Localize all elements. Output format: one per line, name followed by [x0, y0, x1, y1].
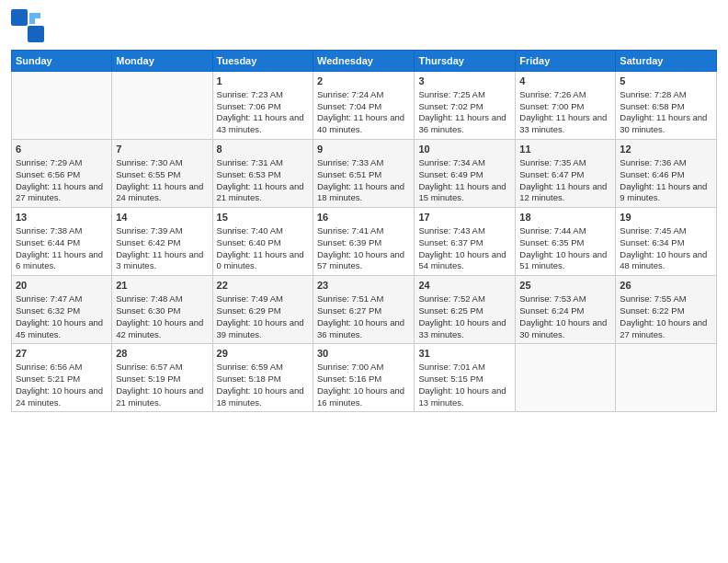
calendar-week-row: 20Sunrise: 7:47 AMSunset: 6:32 PMDayligh… — [12, 276, 717, 344]
day-info: Sunrise: 7:24 AM — [317, 89, 410, 101]
day-number: 10 — [418, 143, 511, 156]
day-info: Sunset: 6:58 PM — [620, 101, 712, 113]
calendar-day-cell: 17Sunrise: 7:43 AMSunset: 6:37 PMDayligh… — [415, 208, 516, 276]
day-info: Daylight: 10 hours and 27 minutes. — [620, 317, 712, 341]
day-info: Daylight: 10 hours and 24 minutes. — [16, 385, 108, 409]
calendar-day-cell: 25Sunrise: 7:53 AMSunset: 6:24 PMDayligh… — [516, 276, 616, 344]
day-of-week-header: Saturday — [616, 51, 717, 72]
day-info: Daylight: 10 hours and 18 minutes. — [217, 385, 309, 409]
day-info: Sunset: 6:55 PM — [116, 169, 208, 181]
day-info: Sunset: 7:02 PM — [418, 101, 511, 113]
calendar-day-cell: 11Sunrise: 7:35 AMSunset: 6:47 PMDayligh… — [516, 140, 616, 208]
day-info: Sunset: 6:27 PM — [317, 305, 410, 317]
calendar-day-cell — [12, 72, 112, 140]
day-number: 23 — [317, 279, 410, 293]
day-info: Sunset: 6:25 PM — [418, 305, 511, 317]
day-info: Daylight: 10 hours and 51 minutes. — [519, 249, 611, 273]
day-info: Sunrise: 7:41 AM — [317, 225, 410, 237]
day-info: Sunrise: 7:47 AM — [16, 293, 108, 305]
day-number: 31 — [418, 347, 511, 361]
svg-rect-2 — [11, 26, 28, 42]
svg-rect-3 — [28, 26, 44, 42]
day-info: Sunrise: 7:38 AM — [16, 225, 108, 237]
day-info: Sunrise: 7:49 AM — [217, 293, 309, 305]
day-info: Daylight: 11 hours and 43 minutes. — [217, 112, 309, 136]
calendar-day-cell: 10Sunrise: 7:34 AMSunset: 6:49 PMDayligh… — [415, 140, 516, 208]
calendar-week-row: 6Sunrise: 7:29 AMSunset: 6:56 PMDaylight… — [12, 140, 717, 208]
calendar-day-cell: 26Sunrise: 7:55 AMSunset: 6:22 PMDayligh… — [616, 276, 717, 344]
day-number: 3 — [418, 75, 511, 88]
day-info: Sunrise: 7:52 AM — [418, 293, 511, 305]
day-info: Daylight: 11 hours and 36 minutes. — [418, 112, 511, 136]
day-info: Sunset: 6:46 PM — [620, 169, 712, 181]
day-info: Sunset: 5:15 PM — [418, 373, 511, 385]
day-info: Sunrise: 7:35 AM — [519, 157, 611, 169]
day-info: Daylight: 11 hours and 21 minutes. — [217, 181, 309, 205]
day-info: Sunset: 6:40 PM — [217, 237, 309, 249]
day-info: Sunrise: 7:29 AM — [16, 157, 108, 169]
day-info: Sunrise: 7:44 AM — [519, 225, 611, 237]
day-info: Sunset: 6:47 PM — [519, 169, 611, 181]
calendar-day-cell: 7Sunrise: 7:30 AMSunset: 6:55 PMDaylight… — [112, 140, 212, 208]
day-info: Daylight: 11 hours and 12 minutes. — [519, 181, 611, 205]
calendar-day-cell: 1Sunrise: 7:23 AMSunset: 7:06 PMDaylight… — [212, 72, 313, 140]
day-info: Sunset: 7:00 PM — [519, 101, 611, 113]
day-info: Sunrise: 7:36 AM — [620, 157, 712, 169]
day-info: Sunrise: 6:56 AM — [16, 362, 108, 373]
calendar-day-cell: 16Sunrise: 7:41 AMSunset: 6:39 PMDayligh… — [313, 208, 415, 276]
day-info: Daylight: 11 hours and 30 minutes. — [620, 112, 712, 136]
day-number: 12 — [620, 143, 712, 156]
calendar-day-cell: 30Sunrise: 7:00 AMSunset: 5:16 PMDayligh… — [313, 344, 415, 412]
day-info: Sunset: 7:04 PM — [317, 101, 410, 113]
calendar-day-cell — [516, 344, 616, 412]
day-info: Daylight: 10 hours and 48 minutes. — [620, 249, 712, 273]
day-info: Sunrise: 7:30 AM — [116, 157, 208, 169]
day-info: Sunset: 6:32 PM — [16, 305, 108, 317]
day-info: Sunrise: 7:28 AM — [620, 89, 712, 101]
day-number: 20 — [16, 279, 108, 293]
day-number: 18 — [519, 211, 611, 224]
day-info: Sunrise: 7:48 AM — [116, 293, 208, 305]
calendar-day-cell: 3Sunrise: 7:25 AMSunset: 7:02 PMDaylight… — [415, 72, 516, 140]
day-info: Daylight: 11 hours and 18 minutes. — [317, 181, 410, 205]
day-info: Daylight: 10 hours and 42 minutes. — [116, 317, 208, 341]
calendar-day-cell: 29Sunrise: 6:59 AMSunset: 5:18 PMDayligh… — [212, 344, 313, 412]
day-number: 6 — [16, 143, 108, 156]
calendar-week-row: 27Sunrise: 6:56 AMSunset: 5:21 PMDayligh… — [12, 344, 717, 412]
calendar-day-cell: 14Sunrise: 7:39 AMSunset: 6:42 PMDayligh… — [112, 208, 212, 276]
day-info: Sunset: 6:30 PM — [116, 305, 208, 317]
day-of-week-header: Friday — [516, 51, 616, 72]
day-info: Daylight: 10 hours and 45 minutes. — [16, 317, 108, 341]
calendar-day-cell: 21Sunrise: 7:48 AMSunset: 6:30 PMDayligh… — [112, 276, 212, 344]
day-info: Sunrise: 7:39 AM — [116, 225, 208, 237]
day-info: Sunrise: 7:51 AM — [317, 293, 410, 305]
day-of-week-header: Wednesday — [313, 51, 415, 72]
day-info: Sunrise: 7:25 AM — [418, 89, 511, 101]
day-info: Sunrise: 7:55 AM — [620, 293, 712, 305]
calendar-day-cell: 15Sunrise: 7:40 AMSunset: 6:40 PMDayligh… — [212, 208, 313, 276]
day-number: 4 — [519, 75, 611, 88]
calendar-day-cell: 9Sunrise: 7:33 AMSunset: 6:51 PMDaylight… — [313, 140, 415, 208]
day-info: Sunset: 6:29 PM — [217, 305, 309, 317]
day-info: Sunset: 5:16 PM — [317, 373, 410, 385]
day-info: Sunrise: 6:57 AM — [116, 362, 208, 373]
calendar-table: SundayMondayTuesdayWednesdayThursdayFrid… — [11, 50, 717, 412]
day-info: Sunrise: 7:34 AM — [418, 157, 511, 169]
day-number: 29 — [217, 347, 309, 361]
day-info: Daylight: 10 hours and 57 minutes. — [317, 249, 410, 273]
day-info: Sunset: 6:39 PM — [317, 237, 410, 249]
calendar-day-cell: 12Sunrise: 7:36 AMSunset: 6:46 PMDayligh… — [616, 140, 717, 208]
day-info: Daylight: 10 hours and 33 minutes. — [418, 317, 511, 341]
day-number: 2 — [317, 75, 410, 88]
calendar-day-cell — [616, 344, 717, 412]
day-number: 15 — [217, 211, 309, 224]
day-info: Daylight: 11 hours and 33 minutes. — [519, 112, 611, 136]
calendar-day-cell: 31Sunrise: 7:01 AMSunset: 5:15 PMDayligh… — [415, 344, 516, 412]
calendar-week-row: 13Sunrise: 7:38 AMSunset: 6:44 PMDayligh… — [12, 208, 717, 276]
calendar-day-cell: 5Sunrise: 7:28 AMSunset: 6:58 PMDaylight… — [616, 72, 717, 140]
day-info: Sunrise: 7:43 AM — [418, 225, 511, 237]
day-info: Daylight: 11 hours and 15 minutes. — [418, 181, 511, 205]
day-info: Daylight: 11 hours and 40 minutes. — [317, 112, 410, 136]
day-info: Daylight: 10 hours and 30 minutes. — [519, 317, 611, 341]
calendar-day-cell: 18Sunrise: 7:44 AMSunset: 6:35 PMDayligh… — [516, 208, 616, 276]
